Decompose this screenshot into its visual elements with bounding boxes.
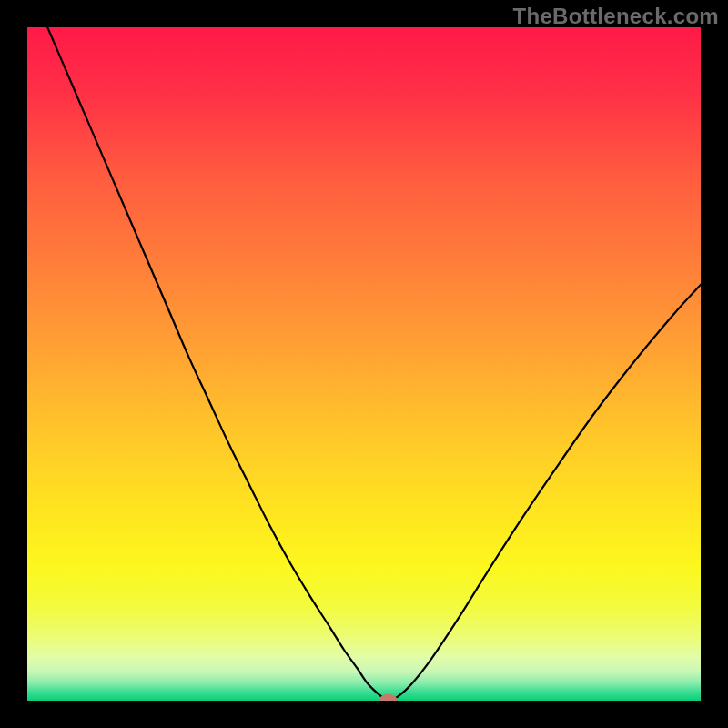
chart-svg <box>0 0 728 728</box>
chart-frame: TheBottleneck.com <box>0 0 728 728</box>
plot-background <box>27 27 701 701</box>
min-point-marker <box>379 694 398 707</box>
